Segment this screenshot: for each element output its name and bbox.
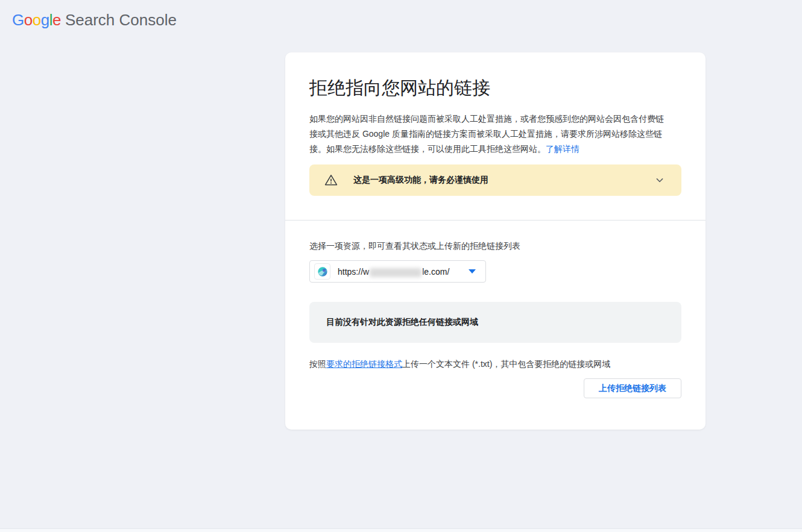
disavow-status-message: 目前没有针对此资源拒绝任何链接或网域	[326, 317, 478, 328]
app-header: Google Search Console	[12, 11, 177, 30]
upload-disavow-list-button[interactable]: 上传拒绝链接列表	[584, 378, 681, 398]
redacted-url-segment	[370, 268, 422, 277]
disavow-status-box: 目前没有针对此资源拒绝任何链接或网域	[309, 302, 681, 343]
learn-more-link[interactable]: 了解详情	[546, 144, 579, 154]
logo-letter: o	[33, 11, 41, 29]
logo-letter: e	[52, 11, 61, 29]
property-url-prefix: https://w	[338, 267, 369, 277]
logo-letter: o	[24, 11, 33, 29]
advanced-feature-warning-banner[interactable]: 这是一项高级功能，请务必谨慎使用	[309, 164, 681, 196]
section-divider	[285, 220, 706, 221]
upload-button-row: 上传拒绝链接列表	[309, 378, 681, 398]
upload-instruction: 按照要求的拒绝链接格式上传一个文本文件 (*.txt)，其中包含要拒绝的链接或网…	[309, 358, 681, 370]
google-logo: Google	[12, 11, 61, 30]
page-title: 拒绝指向您网站的链接	[309, 52, 681, 99]
property-url: https://wle.com/	[338, 267, 469, 277]
site-favicon	[314, 263, 330, 280]
description-body: 如果您的网站因非自然链接问题而被采取人工处置措施，或者您预感到您的网站会因包含付…	[309, 114, 664, 154]
property-selector-dropdown[interactable]: https://wle.com/	[309, 260, 486, 283]
horizontal-scrollbar-track[interactable]	[0, 528, 802, 532]
property-url-suffix: le.com/	[422, 267, 449, 277]
disavow-links-card: 拒绝指向您网站的链接 如果您的网站因非自然链接问题而被采取人工处置措施，或者您预…	[285, 52, 706, 430]
warning-triangle-icon	[324, 174, 338, 187]
dropdown-caret-icon[interactable]	[469, 269, 476, 274]
logo-letter: g	[41, 11, 49, 29]
property-select-label: 选择一项资源，即可查看其状态或上传新的拒绝链接列表	[309, 241, 681, 252]
disavow-format-link[interactable]: 要求的拒绝链接格式	[326, 359, 402, 369]
upload-instruction-prefix: 按照	[309, 359, 326, 369]
chevron-down-icon[interactable]	[654, 174, 666, 186]
upload-instruction-suffix: 上传一个文本文件 (*.txt)，其中包含要拒绝的链接或网域	[402, 359, 610, 369]
warning-banner-text: 这是一项高级功能，请务必谨慎使用	[353, 175, 654, 186]
description-text: 如果您的网站因非自然链接问题而被采取人工处置措施，或者您预感到您的网站会因包含付…	[309, 111, 666, 157]
logo-letter: G	[12, 11, 24, 29]
product-name: Search Console	[65, 11, 177, 30]
